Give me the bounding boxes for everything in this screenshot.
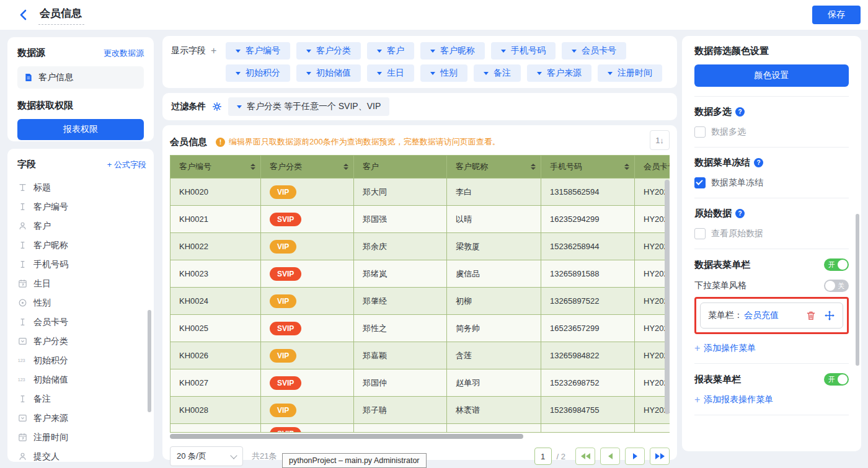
column-header[interactable]: 客户分类 xyxy=(261,156,354,179)
field-item[interactable]: 备注 xyxy=(17,389,146,408)
field-chip[interactable]: 注册时间 xyxy=(598,64,662,82)
scrollbar-thumb[interactable] xyxy=(170,434,523,439)
datasource-card: 数据源 更改数据源 客户信息 数据获取权限 报表权限 xyxy=(7,37,154,141)
field-chip[interactable]: 手机号码 xyxy=(491,42,556,60)
help-icon[interactable]: ? xyxy=(735,107,745,117)
right-panel-scrollbar[interactable] xyxy=(856,214,859,366)
field-item[interactable]: 客户编号 xyxy=(17,197,146,216)
chevron-left-icon xyxy=(19,9,27,20)
column-header[interactable]: 客户昵称 xyxy=(447,156,541,179)
cell-customer: 郑嘉颖 xyxy=(354,342,447,369)
last-page-button[interactable] xyxy=(650,448,670,465)
page-title[interactable]: 会员信息 xyxy=(38,5,84,25)
cell-customer: 郑国强 xyxy=(354,206,447,233)
text-icon xyxy=(17,317,28,327)
field-item[interactable]: 注册时间 xyxy=(17,428,146,447)
field-item-label: 初始储值 xyxy=(33,374,68,386)
report-menubar-toggle[interactable]: 开 xyxy=(824,373,849,386)
field-item[interactable]: 客户 xyxy=(17,216,146,236)
field-item[interactable]: 性别 xyxy=(17,293,146,312)
add-report-menu-link[interactable]: + 添加报表操作菜单 xyxy=(694,394,849,405)
sort-tool-button[interactable]: 1↓ xyxy=(650,130,670,150)
field-item-label: 客户昵称 xyxy=(33,240,68,251)
fields-scrollbar[interactable] xyxy=(148,310,151,412)
category-badge: VIP xyxy=(270,294,296,308)
checkbox-unchecked[interactable] xyxy=(694,126,706,138)
field-chip[interactable]: 备注 xyxy=(474,64,521,82)
field-chip[interactable]: 客户分类 xyxy=(296,42,361,60)
field-chip[interactable]: 客户 xyxy=(367,42,414,60)
field-chip[interactable]: 初始积分 xyxy=(226,64,290,82)
datasource-item-label: 客户信息 xyxy=(38,72,73,83)
dropdown-style-toggle[interactable]: 关 xyxy=(824,280,849,292)
cell-category: SVIP xyxy=(261,260,354,288)
field-chip[interactable]: 性别 xyxy=(420,64,467,82)
table-menubar-toggle[interactable]: 开 xyxy=(824,258,849,271)
datasource-item[interactable]: 客户信息 xyxy=(17,66,144,89)
help-icon[interactable]: ? xyxy=(735,209,745,218)
field-item[interactable]: 初始积分 xyxy=(17,351,146,370)
add-action-menu-link[interactable]: + 添加操作菜单 xyxy=(694,343,849,354)
filter-condition-chip[interactable]: 客户分类 等于任意一个 SVIP、VIP xyxy=(228,97,389,116)
menu-item-row[interactable]: 菜单栏： 会员充值 xyxy=(700,302,843,329)
field-chip[interactable]: 客户来源 xyxy=(527,64,591,82)
chevron-down-icon xyxy=(306,50,311,53)
table-vertical-scrollbar[interactable] xyxy=(665,180,670,414)
add-display-field-button[interactable]: + xyxy=(211,45,216,56)
field-item[interactable]: 手机号码 xyxy=(17,255,146,274)
field-item[interactable]: 初始储值 xyxy=(17,370,146,389)
column-header[interactable]: 手机号码 xyxy=(541,156,635,179)
preview-warning: ! 编辑界面只取数据源前200条作为查询数据预览，完整数据请访问页面查看。 xyxy=(216,136,500,148)
table-row: KH0024 VIP 郑肇经 初柳 13265897522 HY2022 xyxy=(170,288,670,315)
trash-icon[interactable] xyxy=(805,310,817,321)
field-chip[interactable]: 生日 xyxy=(367,64,414,82)
toggle-knob xyxy=(838,260,848,270)
menu-freeze-checkbox-row[interactable]: 数据菜单冻结 xyxy=(694,177,849,188)
multi-select-checkbox-row[interactable]: 数据多选 xyxy=(694,126,849,138)
field-chip[interactable]: 会员卡号 xyxy=(562,42,626,60)
field-item[interactable]: 客户分类 xyxy=(17,332,146,351)
field-item[interactable]: 客户昵称 xyxy=(17,236,146,255)
cell-code: KH0023 xyxy=(170,260,261,288)
field-item[interactable]: 标题 xyxy=(17,178,146,197)
field-chip[interactable]: 客户昵称 xyxy=(420,42,485,60)
page-size-select[interactable]: 20 条/页 xyxy=(170,446,243,466)
color-settings-button[interactable]: 颜色设置 xyxy=(694,64,849,87)
move-icon[interactable] xyxy=(824,310,835,321)
text-icon xyxy=(17,394,28,404)
field-item[interactable]: 客户来源 xyxy=(17,408,146,428)
help-icon[interactable]: ? xyxy=(754,158,763,167)
column-header[interactable]: 客户 xyxy=(354,156,447,179)
first-page-button[interactable] xyxy=(575,448,595,465)
highlight-red-box: 菜单栏： 会员充值 xyxy=(694,297,849,334)
field-chip-label: 会员卡号 xyxy=(582,45,616,56)
field-item[interactable]: 提交人 xyxy=(17,447,146,462)
checkbox-checked[interactable] xyxy=(694,177,706,188)
field-item[interactable]: 生日 xyxy=(17,274,146,293)
prev-page-button[interactable] xyxy=(600,448,620,465)
cell-category: VIP xyxy=(261,288,354,315)
back-button[interactable] xyxy=(16,8,30,22)
page-number-input[interactable]: 1 xyxy=(534,448,552,465)
cell-nickname: 赵单羽 xyxy=(447,369,541,397)
chevron-down-icon xyxy=(430,50,435,53)
column-header[interactable]: 客户编号 xyxy=(170,156,261,179)
column-header[interactable]: 会员卡号 xyxy=(635,156,670,179)
change-datasource-link[interactable]: 更改数据源 xyxy=(104,48,144,59)
cell-code: KH0021 xyxy=(170,206,261,233)
field-chip-label: 客户分类 xyxy=(316,45,351,56)
gear-icon[interactable] xyxy=(212,102,222,112)
next-page-button[interactable] xyxy=(625,448,645,465)
cell-category: VIP xyxy=(261,342,354,369)
table-row: KH0027 SVIP 郑国仲 赵单羽 15232698752 HY2022 xyxy=(170,369,670,397)
text-icon xyxy=(17,201,28,212)
field-chip[interactable]: 初始储值 xyxy=(296,64,361,82)
field-chip[interactable]: 客户编号 xyxy=(226,42,290,60)
checkbox-unchecked[interactable] xyxy=(694,228,706,239)
save-button[interactable]: 保存 xyxy=(812,6,861,24)
report-permission-button[interactable]: 报表权限 xyxy=(17,119,144,140)
category-badge: SVIP xyxy=(270,213,301,226)
field-item[interactable]: 会员卡号 xyxy=(17,312,146,332)
formula-field-link[interactable]: + 公式字段 xyxy=(107,159,146,170)
raw-data-checkbox-row[interactable]: 查看原始数据 xyxy=(694,228,849,239)
